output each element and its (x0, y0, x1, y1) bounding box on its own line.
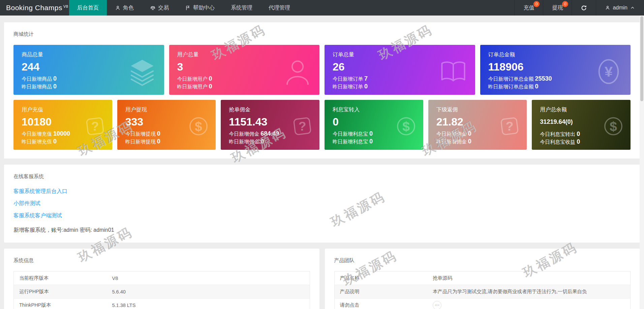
widget-test-link[interactable]: 小部件测试 (13, 200, 40, 207)
scrollbar-thumb[interactable] (640, 16, 643, 101)
yen-icon: ¥ (594, 57, 623, 86)
svg-text:$: $ (610, 119, 617, 134)
person-icon (115, 5, 121, 11)
book-icon (439, 57, 468, 86)
layers-icon (128, 57, 157, 86)
withdraw-button[interactable]: 提现 0 (543, 0, 572, 16)
top-navbar: Booking Champs V8 后台首页 角色 交易 帮助中心 系统管理 (0, 0, 644, 16)
subline-value: 0 (53, 75, 57, 82)
menu-item-roles[interactable]: 角色 (107, 0, 142, 16)
subline-label: 今日新增佣金 (229, 131, 259, 137)
dollar-icon: $ (602, 114, 625, 138)
refresh-button[interactable] (572, 0, 596, 16)
subline-label: 昨日新增商品 (22, 84, 52, 89)
subline-label: 今日新增佣金 (436, 131, 467, 137)
online-service-title: 在线客服系统 (13, 173, 631, 180)
row-label: 产品说明 (334, 285, 427, 299)
vertical-scrollbar (640, 16, 644, 309)
stat-card-users-total: 用户总量 3 今日新增用户0 昨日新增用户0 (169, 45, 320, 95)
row-label: 请勿点击 (334, 299, 427, 309)
mall-stats-title: 商城统计 (13, 31, 631, 37)
subline-value: 0 (364, 83, 368, 90)
big-stat-cards-row: 商品总量 244 今日新增商品0 昨日新增商品0 用户总量 3 今日新增用户0 (13, 45, 631, 95)
system-info-table: 当前程序版本 V8 运行PHP版本 5.6.40 ThinkPHP版本 5.1.… (13, 271, 310, 309)
subline-value: 0 (369, 138, 373, 145)
subline-value: 0 (260, 138, 264, 145)
subline-label: 今日利息宝转出 (540, 131, 575, 137)
subline-label: 昨日新增用户 (177, 84, 208, 89)
subline-label: 今日新增商品 (22, 76, 52, 82)
subline-label: 昨日新增订单总金额 (488, 84, 534, 89)
menu-label: 交易 (158, 4, 169, 11)
svg-text:?: ? (506, 119, 514, 133)
menu-item-help-center[interactable]: 帮助中心 (177, 0, 223, 16)
subline-label: 昨日新增佣金 (436, 139, 467, 144)
stat-card-order-amount-total: 订单总金额 118906 今日新增订单总金额25530 昨日新增订单总金额0 ¥ (480, 45, 631, 95)
brand-version: V8 (63, 4, 68, 8)
row-label: 运行PHP版本 (14, 285, 107, 299)
person-icon (283, 57, 312, 86)
admin-dashboard: Booking Champs V8 后台首页 角色 交易 帮助中心 系统管理 (0, 0, 644, 309)
subline-label: 昨日新增充值 (22, 139, 52, 144)
stat-card-interest-transfer-in: 利息宝转入 0 今日新增利息宝0 昨日新增利息宝0 $ (325, 100, 423, 150)
row-value: 本产品只为学习测试交流,请勿要做商业或者用于违法行为,一切后果自负 (427, 285, 631, 299)
card-subline: 昨日新增佣金0 (229, 138, 311, 145)
subline-label: 今日新增订单 (333, 76, 363, 82)
subline-label: 昨日新增订单 (333, 84, 363, 89)
online-service-panel: 在线客服系统 客服系统管理后台入口 小部件测试 客服系统客户端测试 新增客服系统… (4, 165, 640, 243)
menu-label: 系统管理 (231, 4, 252, 11)
stat-card-user-balance-total: 用户总余额 31219.64(0) 今日利息宝转出0 今日利息宝收益0 $ (532, 100, 631, 150)
user-dropdown[interactable]: admin (596, 0, 644, 16)
card-subline: 昨日新增充值0 (22, 138, 104, 145)
subline-value: 0 (468, 138, 471, 145)
subline-label: 今日利息宝收益 (540, 139, 575, 145)
subline-label: 昨日新增佣金 (229, 139, 259, 144)
dollar-icon: $ (394, 114, 418, 138)
service-client-test-link[interactable]: 客服系统客户端测试 (13, 212, 62, 219)
menu-item-trade[interactable]: 交易 (142, 0, 177, 16)
subline-label: 今日新增提现 (125, 131, 156, 137)
subline-value: 0 (577, 131, 580, 137)
subline-value: 0 (535, 83, 539, 90)
subline-value: 0 (157, 130, 160, 137)
card-title: 用户提现 (125, 106, 208, 113)
row-value: 5.1.38 LTS (107, 299, 310, 309)
stat-card-orders-total: 订单总量 26 今日新增订单7 昨日新增订单0 (325, 45, 475, 95)
dollar-icon: $ (187, 114, 210, 138)
small-stat-cards-row: 用户充值 10180 今日新增充值10000 昨日新增充值0 ? 用户提现 33… (13, 100, 631, 150)
card-title: 利息宝转入 (333, 106, 415, 113)
recharge-button[interactable]: 充值 0 (514, 0, 543, 16)
service-admin-entry-link[interactable]: 客服系统管理后台入口 (13, 188, 67, 195)
subline-label: 今日新增利息宝 (333, 131, 368, 137)
menu-item-home[interactable]: 后台首页 (69, 0, 107, 16)
subline-label: 今日新增用户 (177, 76, 208, 82)
question-icon: ? (290, 114, 314, 138)
menu-item-agent-management[interactable]: 代理管理 (260, 0, 298, 16)
stat-card-user-withdraw: 用户提现 333 今日新增提现0 昨日新增提现0 $ (117, 100, 216, 150)
card-title: 抢单佣金 (229, 106, 311, 113)
user-icon (605, 5, 610, 10)
row-value: 5.6.40 (107, 285, 310, 299)
row-value: V8 (107, 272, 310, 285)
bottom-panels-row: 系统信息 当前程序版本 V8 运行PHP版本 5.6.40 ThinkPHP版本… (4, 249, 640, 309)
withdraw-label: 提现 (552, 4, 563, 11)
svg-text:$: $ (402, 119, 410, 134)
subline-label: 今日新增充值 (22, 131, 52, 137)
do-not-click-404-icon[interactable]: 404 (433, 301, 441, 309)
svg-text:?: ? (91, 119, 99, 133)
stat-card-grab-commission: 抢单佣金 1151.43 今日新增佣金684.49 昨日新增佣金0 ? (221, 100, 319, 150)
chevron-up-icon (630, 5, 635, 10)
subline-value: 10000 (53, 130, 70, 137)
row-label: 产品名称 (334, 272, 427, 285)
table-row: 请勿点击 404 (334, 299, 631, 309)
card-title: 下级返佣 (436, 106, 519, 113)
menu-item-system-management[interactable]: 系统管理 (223, 0, 260, 16)
menu-label: 角色 (123, 4, 134, 11)
refresh-icon (581, 5, 587, 11)
subline-value: 684.49 (260, 130, 279, 137)
brand-logo[interactable]: Booking Champs V8 (0, 0, 69, 16)
scales-icon (150, 5, 156, 11)
product-team-table: 产品名称 抢单源码 产品说明 本产品只为学习测试交流,请勿要做商业或者用于违法行… (334, 271, 631, 309)
table-row: 产品说明 本产品只为学习测试交流,请勿要做商业或者用于违法行为,一切后果自负 (334, 285, 631, 299)
subline-value: 0 (468, 130, 471, 137)
